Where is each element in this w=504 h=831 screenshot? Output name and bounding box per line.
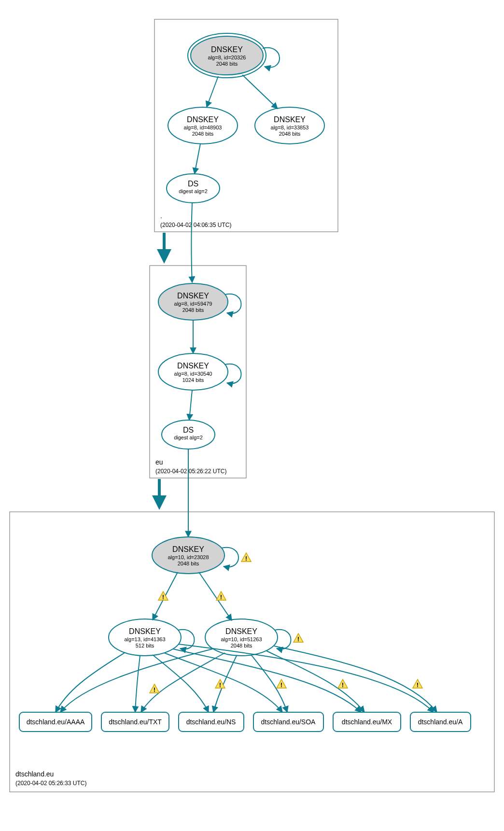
svg-text:dtschland.eu/MX: dtschland.eu/MX xyxy=(342,718,392,726)
node-rr-aaaa: dtschland.eu/AAAA xyxy=(19,712,92,732)
node-eu-ds: DS digest alg=2 xyxy=(162,420,215,449)
node-d-zsk2: DNSKEY alg=10, id=51263 2048 bits xyxy=(205,619,278,656)
svg-text:!: ! xyxy=(154,686,155,693)
svg-text:2048 bits: 2048 bits xyxy=(231,643,252,648)
svg-text:2048 bits: 2048 bits xyxy=(216,61,238,67)
svg-text:digest alg=2: digest alg=2 xyxy=(179,188,208,194)
svg-text:alg=13, id=41363: alg=13, id=41363 xyxy=(124,636,165,642)
svg-text:2048 bits: 2048 bits xyxy=(178,561,199,566)
node-eu-ksk: DNSKEY alg=8, id=59479 2048 bits xyxy=(158,283,228,320)
node-root-ksk: DNSKEY alg=8, id=20326 2048 bits xyxy=(188,33,266,78)
warning-icon: ! xyxy=(413,679,422,689)
edge-zsk1-soa xyxy=(164,653,282,712)
warning-icon: ! xyxy=(277,679,286,689)
svg-text:!: ! xyxy=(219,681,221,689)
svg-text:!: ! xyxy=(297,635,299,643)
svg-text:DNSKEY: DNSKEY xyxy=(172,545,204,553)
svg-text:DNSKEY: DNSKEY xyxy=(211,45,243,54)
edge-zsk1-txt xyxy=(135,656,140,712)
edge-zsk1-aaaa xyxy=(56,653,125,712)
dnssec-graph: . (2020-04-02 04:06:35 UTC) DNSKEY alg=8… xyxy=(0,0,504,831)
svg-text:dtschland.eu/TXT: dtschland.eu/TXT xyxy=(109,718,162,726)
svg-text:2048 bits: 2048 bits xyxy=(279,131,301,137)
warning-icon: ! xyxy=(216,592,226,601)
svg-text:alg=10, id=23028: alg=10, id=23028 xyxy=(168,554,209,560)
node-root-ds: DS digest alg=2 xyxy=(167,174,220,203)
warning-icon: ! xyxy=(150,684,159,693)
warning-icon: ! xyxy=(338,679,348,689)
svg-text:dtschland.eu/AAAA: dtschland.eu/AAAA xyxy=(27,718,85,726)
node-root-zsk2: DNSKEY alg=8, id=33853 2048 bits xyxy=(255,107,324,144)
svg-text:DNSKEY: DNSKEY xyxy=(274,115,306,124)
zone-timestamp-eu: (2020-04-02 05:26:22 UTC) xyxy=(155,468,226,475)
svg-text:!: ! xyxy=(280,681,282,689)
svg-text:DNSKEY: DNSKEY xyxy=(177,362,209,370)
node-rr-soa: dtschland.eu/SOA xyxy=(253,712,323,732)
edge-rootksk-zsk2 xyxy=(242,75,278,109)
node-rr-txt: dtschland.eu/TXT xyxy=(101,712,169,732)
svg-text:!: ! xyxy=(162,593,164,601)
node-rr-a: dtschland.eu/A xyxy=(410,712,471,732)
svg-text:!: ! xyxy=(220,593,222,601)
zone-label-root: . xyxy=(160,212,162,220)
node-rr-ns: dtschland.eu/NS xyxy=(179,712,244,732)
svg-text:!: ! xyxy=(417,681,419,689)
zone-timestamp-root: (2020-04-02 04:06:35 UTC) xyxy=(160,222,231,228)
svg-text:DNSKEY: DNSKEY xyxy=(225,627,257,635)
edge-zsk2-ns xyxy=(213,656,237,712)
svg-text:alg=8, id=48903: alg=8, id=48903 xyxy=(184,125,222,130)
zone-label-eu: eu xyxy=(155,458,163,466)
svg-text:2048 bits: 2048 bits xyxy=(182,307,204,313)
svg-text:DNSKEY: DNSKEY xyxy=(129,627,161,635)
node-eu-zsk: DNSKEY alg=8, id=30540 1024 bits xyxy=(158,353,228,390)
svg-text:dtschland.eu/NS: dtschland.eu/NS xyxy=(186,718,236,726)
edge-dksk-zsk2 xyxy=(199,572,232,620)
svg-text:alg=8, id=33853: alg=8, id=33853 xyxy=(271,125,309,130)
svg-text:!: ! xyxy=(245,555,247,562)
svg-text:2048 bits: 2048 bits xyxy=(192,131,214,137)
svg-text:!: ! xyxy=(342,681,344,689)
svg-text:alg=8, id=30540: alg=8, id=30540 xyxy=(174,371,212,377)
svg-text:1024 bits: 1024 bits xyxy=(182,377,204,383)
svg-text:dtschland.eu/SOA: dtschland.eu/SOA xyxy=(261,718,316,726)
svg-text:DNSKEY: DNSKEY xyxy=(177,292,209,300)
zone-label-dtschland: dtschland.eu xyxy=(15,770,54,778)
node-d-zsk1: DNSKEY alg=13, id=41363 512 bits xyxy=(109,619,181,656)
warning-icon: ! xyxy=(241,553,251,562)
svg-text:alg=8, id=59479: alg=8, id=59479 xyxy=(174,301,212,307)
svg-text:digest alg=2: digest alg=2 xyxy=(174,435,203,440)
svg-text:DS: DS xyxy=(183,426,194,434)
edge-rootds-euksk xyxy=(192,203,193,282)
edge-zsk1-mx xyxy=(173,649,361,712)
edge-zsk2-txt xyxy=(141,653,225,712)
svg-text:DS: DS xyxy=(188,180,198,188)
zone-timestamp-dtschland: (2020-04-02 05:26:33 UTC) xyxy=(15,780,86,787)
edge-rootzsk1-ds xyxy=(195,144,200,174)
svg-text:DNSKEY: DNSKEY xyxy=(187,115,219,124)
node-rr-mx: dtschland.eu/MX xyxy=(333,712,401,732)
svg-text:512 bits: 512 bits xyxy=(136,643,154,648)
edge-rootksk-zsk1 xyxy=(207,76,218,107)
svg-text:alg=10, id=51263: alg=10, id=51263 xyxy=(221,636,262,642)
edge-euzsk-euds xyxy=(189,390,192,420)
svg-text:alg=8, id=20326: alg=8, id=20326 xyxy=(208,55,246,60)
node-d-ksk: DNSKEY alg=10, id=23028 2048 bits xyxy=(152,537,224,574)
warning-icon: ! xyxy=(294,634,303,643)
svg-text:dtschland.eu/A: dtschland.eu/A xyxy=(418,718,463,726)
node-root-zsk1: DNSKEY alg=8, id=48903 2048 bits xyxy=(168,107,238,144)
